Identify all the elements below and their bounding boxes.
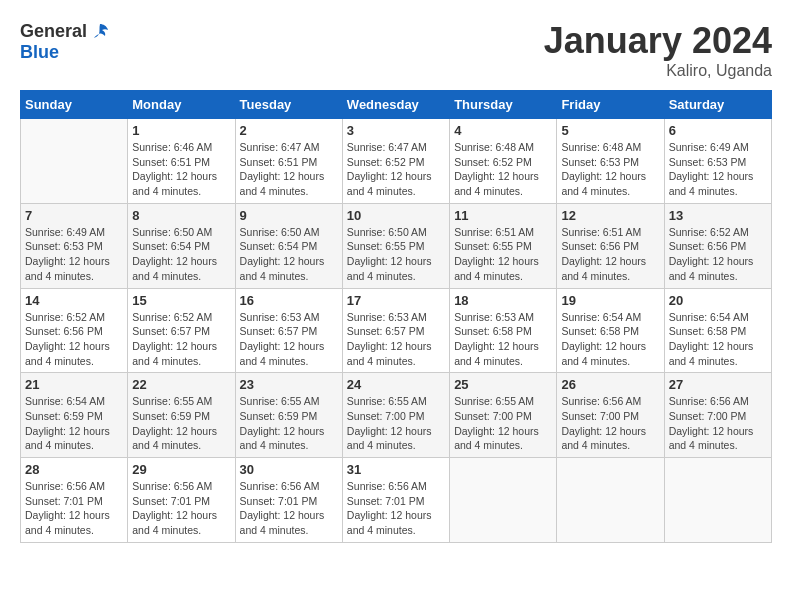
day-cell: 1Sunrise: 6:46 AM Sunset: 6:51 PM Daylig… bbox=[128, 119, 235, 204]
day-info: Sunrise: 6:51 AM Sunset: 6:55 PM Dayligh… bbox=[454, 225, 552, 284]
day-number: 13 bbox=[669, 208, 767, 223]
day-info: Sunrise: 6:47 AM Sunset: 6:52 PM Dayligh… bbox=[347, 140, 445, 199]
day-number: 8 bbox=[132, 208, 230, 223]
day-number: 27 bbox=[669, 377, 767, 392]
day-cell: 22Sunrise: 6:55 AM Sunset: 6:59 PM Dayli… bbox=[128, 373, 235, 458]
day-number: 17 bbox=[347, 293, 445, 308]
day-info: Sunrise: 6:54 AM Sunset: 6:58 PM Dayligh… bbox=[561, 310, 659, 369]
day-cell: 5Sunrise: 6:48 AM Sunset: 6:53 PM Daylig… bbox=[557, 119, 664, 204]
day-cell bbox=[450, 458, 557, 543]
day-info: Sunrise: 6:54 AM Sunset: 6:59 PM Dayligh… bbox=[25, 394, 123, 453]
day-number: 7 bbox=[25, 208, 123, 223]
week-row-5: 28Sunrise: 6:56 AM Sunset: 7:01 PM Dayli… bbox=[21, 458, 772, 543]
day-info: Sunrise: 6:56 AM Sunset: 7:00 PM Dayligh… bbox=[561, 394, 659, 453]
day-info: Sunrise: 6:56 AM Sunset: 7:01 PM Dayligh… bbox=[240, 479, 338, 538]
week-row-2: 7Sunrise: 6:49 AM Sunset: 6:53 PM Daylig… bbox=[21, 203, 772, 288]
logo: General Blue bbox=[20, 20, 113, 63]
day-cell: 26Sunrise: 6:56 AM Sunset: 7:00 PM Dayli… bbox=[557, 373, 664, 458]
day-info: Sunrise: 6:50 AM Sunset: 6:55 PM Dayligh… bbox=[347, 225, 445, 284]
day-number: 5 bbox=[561, 123, 659, 138]
logo-bird-icon bbox=[89, 20, 111, 42]
logo-general: General bbox=[20, 21, 87, 42]
day-cell: 10Sunrise: 6:50 AM Sunset: 6:55 PM Dayli… bbox=[342, 203, 449, 288]
day-number: 6 bbox=[669, 123, 767, 138]
day-cell: 19Sunrise: 6:54 AM Sunset: 6:58 PM Dayli… bbox=[557, 288, 664, 373]
day-number: 10 bbox=[347, 208, 445, 223]
day-info: Sunrise: 6:55 AM Sunset: 7:00 PM Dayligh… bbox=[347, 394, 445, 453]
day-number: 21 bbox=[25, 377, 123, 392]
day-cell: 29Sunrise: 6:56 AM Sunset: 7:01 PM Dayli… bbox=[128, 458, 235, 543]
day-info: Sunrise: 6:48 AM Sunset: 6:52 PM Dayligh… bbox=[454, 140, 552, 199]
day-info: Sunrise: 6:53 AM Sunset: 6:58 PM Dayligh… bbox=[454, 310, 552, 369]
day-info: Sunrise: 6:49 AM Sunset: 6:53 PM Dayligh… bbox=[25, 225, 123, 284]
week-row-4: 21Sunrise: 6:54 AM Sunset: 6:59 PM Dayli… bbox=[21, 373, 772, 458]
day-cell: 7Sunrise: 6:49 AM Sunset: 6:53 PM Daylig… bbox=[21, 203, 128, 288]
day-cell: 13Sunrise: 6:52 AM Sunset: 6:56 PM Dayli… bbox=[664, 203, 771, 288]
header: General Blue January 2024 Kaliro, Uganda bbox=[20, 20, 772, 80]
day-cell: 23Sunrise: 6:55 AM Sunset: 6:59 PM Dayli… bbox=[235, 373, 342, 458]
week-row-3: 14Sunrise: 6:52 AM Sunset: 6:56 PM Dayli… bbox=[21, 288, 772, 373]
day-cell: 21Sunrise: 6:54 AM Sunset: 6:59 PM Dayli… bbox=[21, 373, 128, 458]
day-info: Sunrise: 6:52 AM Sunset: 6:56 PM Dayligh… bbox=[25, 310, 123, 369]
day-info: Sunrise: 6:55 AM Sunset: 6:59 PM Dayligh… bbox=[132, 394, 230, 453]
col-monday: Monday bbox=[128, 91, 235, 119]
col-wednesday: Wednesday bbox=[342, 91, 449, 119]
title-area: January 2024 Kaliro, Uganda bbox=[544, 20, 772, 80]
day-info: Sunrise: 6:51 AM Sunset: 6:56 PM Dayligh… bbox=[561, 225, 659, 284]
calendar-table: Sunday Monday Tuesday Wednesday Thursday… bbox=[20, 90, 772, 543]
day-info: Sunrise: 6:55 AM Sunset: 6:59 PM Dayligh… bbox=[240, 394, 338, 453]
day-number: 25 bbox=[454, 377, 552, 392]
day-cell: 2Sunrise: 6:47 AM Sunset: 6:51 PM Daylig… bbox=[235, 119, 342, 204]
day-info: Sunrise: 6:46 AM Sunset: 6:51 PM Dayligh… bbox=[132, 140, 230, 199]
day-number: 30 bbox=[240, 462, 338, 477]
day-cell: 20Sunrise: 6:54 AM Sunset: 6:58 PM Dayli… bbox=[664, 288, 771, 373]
day-info: Sunrise: 6:48 AM Sunset: 6:53 PM Dayligh… bbox=[561, 140, 659, 199]
day-number: 18 bbox=[454, 293, 552, 308]
day-info: Sunrise: 6:56 AM Sunset: 7:00 PM Dayligh… bbox=[669, 394, 767, 453]
day-number: 12 bbox=[561, 208, 659, 223]
day-info: Sunrise: 6:56 AM Sunset: 7:01 PM Dayligh… bbox=[25, 479, 123, 538]
day-number: 11 bbox=[454, 208, 552, 223]
day-info: Sunrise: 6:55 AM Sunset: 7:00 PM Dayligh… bbox=[454, 394, 552, 453]
day-info: Sunrise: 6:47 AM Sunset: 6:51 PM Dayligh… bbox=[240, 140, 338, 199]
day-cell: 11Sunrise: 6:51 AM Sunset: 6:55 PM Dayli… bbox=[450, 203, 557, 288]
day-cell: 15Sunrise: 6:52 AM Sunset: 6:57 PM Dayli… bbox=[128, 288, 235, 373]
day-cell: 31Sunrise: 6:56 AM Sunset: 7:01 PM Dayli… bbox=[342, 458, 449, 543]
day-cell: 4Sunrise: 6:48 AM Sunset: 6:52 PM Daylig… bbox=[450, 119, 557, 204]
day-info: Sunrise: 6:54 AM Sunset: 6:58 PM Dayligh… bbox=[669, 310, 767, 369]
day-cell: 12Sunrise: 6:51 AM Sunset: 6:56 PM Dayli… bbox=[557, 203, 664, 288]
day-number: 22 bbox=[132, 377, 230, 392]
day-cell: 17Sunrise: 6:53 AM Sunset: 6:57 PM Dayli… bbox=[342, 288, 449, 373]
col-tuesday: Tuesday bbox=[235, 91, 342, 119]
day-cell: 25Sunrise: 6:55 AM Sunset: 7:00 PM Dayli… bbox=[450, 373, 557, 458]
day-cell: 18Sunrise: 6:53 AM Sunset: 6:58 PM Dayli… bbox=[450, 288, 557, 373]
day-number: 1 bbox=[132, 123, 230, 138]
day-number: 26 bbox=[561, 377, 659, 392]
day-number: 24 bbox=[347, 377, 445, 392]
day-cell bbox=[664, 458, 771, 543]
col-thursday: Thursday bbox=[450, 91, 557, 119]
col-saturday: Saturday bbox=[664, 91, 771, 119]
day-number: 20 bbox=[669, 293, 767, 308]
day-cell: 9Sunrise: 6:50 AM Sunset: 6:54 PM Daylig… bbox=[235, 203, 342, 288]
day-info: Sunrise: 6:50 AM Sunset: 6:54 PM Dayligh… bbox=[132, 225, 230, 284]
day-number: 15 bbox=[132, 293, 230, 308]
col-friday: Friday bbox=[557, 91, 664, 119]
day-cell: 16Sunrise: 6:53 AM Sunset: 6:57 PM Dayli… bbox=[235, 288, 342, 373]
calendar-subtitle: Kaliro, Uganda bbox=[544, 62, 772, 80]
day-number: 2 bbox=[240, 123, 338, 138]
day-cell: 27Sunrise: 6:56 AM Sunset: 7:00 PM Dayli… bbox=[664, 373, 771, 458]
day-info: Sunrise: 6:53 AM Sunset: 6:57 PM Dayligh… bbox=[240, 310, 338, 369]
calendar-title: January 2024 bbox=[544, 20, 772, 62]
day-number: 16 bbox=[240, 293, 338, 308]
day-cell bbox=[21, 119, 128, 204]
day-number: 4 bbox=[454, 123, 552, 138]
day-info: Sunrise: 6:53 AM Sunset: 6:57 PM Dayligh… bbox=[347, 310, 445, 369]
day-cell: 8Sunrise: 6:50 AM Sunset: 6:54 PM Daylig… bbox=[128, 203, 235, 288]
day-number: 3 bbox=[347, 123, 445, 138]
day-info: Sunrise: 6:52 AM Sunset: 6:57 PM Dayligh… bbox=[132, 310, 230, 369]
day-info: Sunrise: 6:49 AM Sunset: 6:53 PM Dayligh… bbox=[669, 140, 767, 199]
day-number: 14 bbox=[25, 293, 123, 308]
logo-blue: Blue bbox=[20, 42, 59, 62]
day-number: 23 bbox=[240, 377, 338, 392]
